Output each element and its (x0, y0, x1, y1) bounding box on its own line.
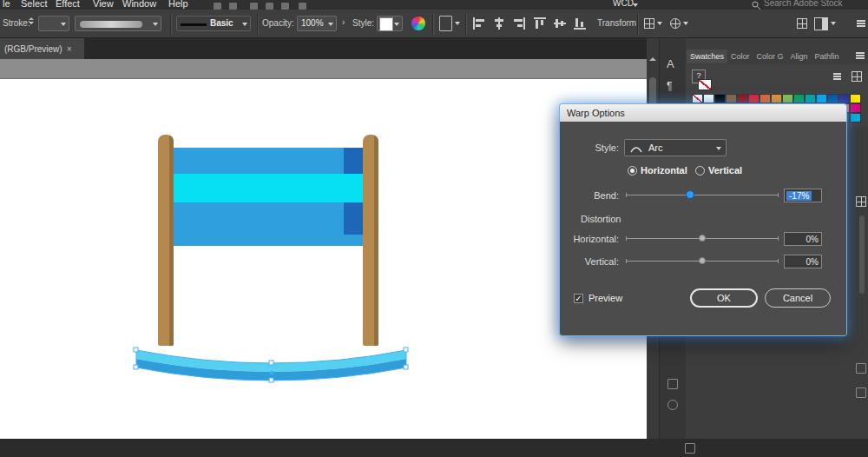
align-center-icon[interactable] (492, 17, 506, 30)
distortion-vertical-handle[interactable] (699, 257, 706, 264)
document-tab[interactable]: (RGB/Preview) × (0, 38, 84, 59)
sign-post-right[interactable] (363, 135, 378, 346)
character-panel-icon[interactable]: A (667, 57, 674, 70)
toolbar-icon[interactable] (299, 3, 306, 10)
menu-item-select[interactable]: Select (21, 0, 48, 9)
distortion-horizontal-label: Horizontal: (560, 234, 619, 244)
panel-menu-icon[interactable] (856, 52, 865, 54)
swatch[interactable] (805, 94, 816, 103)
swatch[interactable] (850, 94, 861, 103)
workspace-switcher[interactable]: WCD (613, 0, 634, 8)
tab-color[interactable]: Color (727, 50, 753, 63)
tab-align[interactable]: Align (787, 50, 812, 63)
paragraph-panel-icon[interactable]: ¶ (667, 80, 672, 92)
chevron-down-icon[interactable] (683, 22, 688, 25)
bend-slider-handle[interactable] (686, 190, 694, 199)
vertical-radio-label[interactable]: Vertical (708, 165, 742, 176)
tab-pathfinder[interactable]: Pathfin (812, 50, 843, 63)
dialog-title-bar[interactable]: Warp Options (560, 104, 846, 122)
distortion-horizontal-handle[interactable] (699, 235, 706, 242)
stock-search-label[interactable]: Search Adobe Stock (764, 0, 843, 8)
transform-label[interactable]: Transform (597, 18, 636, 28)
swatch[interactable] (827, 94, 838, 103)
menu-item-effect[interactable]: Effect (56, 0, 80, 9)
arrange-documents-icon[interactable] (797, 18, 807, 29)
close-icon[interactable]: × (67, 44, 72, 54)
panel-menu-icon[interactable] (857, 20, 865, 22)
toolbar-icon[interactable] (281, 3, 289, 10)
swatch[interactable] (760, 94, 771, 103)
swatch[interactable] (748, 94, 760, 103)
preview-label[interactable]: Preview (589, 293, 622, 303)
recolor-artwork-icon[interactable] (411, 17, 425, 30)
panel-icon[interactable] (667, 379, 678, 389)
stroke-width-select[interactable] (38, 16, 69, 31)
swatch[interactable] (726, 94, 737, 103)
menu-item-file[interactable]: le (3, 0, 10, 9)
swatch[interactable] (850, 113, 861, 123)
pasteboard[interactable] (0, 59, 647, 78)
graphic-style-select[interactable] (377, 16, 403, 31)
opacity-select[interactable]: 100% (297, 16, 337, 31)
panel-icon[interactable] (856, 363, 866, 374)
menu-item-view[interactable]: View (93, 0, 114, 9)
panel-scrollbar[interactable] (859, 215, 865, 294)
panel-icon[interactable] (856, 387, 866, 398)
ok-button[interactable]: OK (690, 288, 758, 308)
stroke-stepper[interactable] (29, 17, 34, 24)
swatch[interactable] (703, 94, 714, 103)
toolbar-icon[interactable] (229, 3, 237, 10)
brush-definition-select[interactable]: Basic (176, 16, 251, 31)
distortion-vertical-field[interactable]: 0% (784, 255, 822, 268)
vertical-radio[interactable] (695, 166, 705, 176)
swatch[interactable] (782, 94, 793, 103)
warp-style-select[interactable]: Arc (624, 139, 727, 156)
swatch-grid-view-icon[interactable] (852, 71, 862, 82)
align-bottom-icon[interactable] (573, 17, 587, 30)
swatch[interactable] (771, 94, 782, 103)
isolate-options-icon[interactable] (670, 18, 681, 29)
none-swatch[interactable] (698, 79, 712, 90)
shape-options-icon[interactable] (644, 18, 654, 29)
swatch[interactable] (793, 94, 805, 103)
toolbar-icon[interactable] (250, 3, 258, 10)
document-setup-icon[interactable] (439, 16, 452, 31)
swatch[interactable] (850, 103, 861, 113)
width-profile-select[interactable] (75, 16, 161, 31)
preview-checkbox[interactable]: ✓ (574, 294, 583, 303)
align-middle-icon[interactable] (553, 17, 567, 30)
workspace-icon[interactable] (814, 17, 828, 30)
panel-grid-icon[interactable] (856, 196, 866, 207)
cancel-button[interactable]: Cancel (765, 288, 831, 308)
opacity-panel-arrow[interactable]: › (342, 17, 345, 27)
distortion-horizontal-field[interactable]: 0% (784, 232, 822, 246)
horizontal-radio[interactable] (628, 166, 637, 176)
search-icon[interactable] (752, 1, 761, 10)
toolbar-icon[interactable] (214, 3, 221, 10)
panel-icon[interactable] (667, 400, 678, 410)
horizontal-radio-label[interactable]: Horizontal (641, 165, 687, 176)
bend-slider-track[interactable] (626, 195, 779, 195)
swatch-list-view-icon[interactable] (833, 73, 841, 75)
swatch[interactable] (692, 94, 703, 103)
tab-color-guide[interactable]: Color G (753, 50, 787, 63)
chevron-down-icon[interactable] (657, 22, 662, 25)
align-right-icon[interactable] (512, 17, 526, 30)
chevron-down-icon[interactable] (455, 22, 460, 25)
bend-value-field[interactable]: -17% (784, 189, 822, 202)
menu-item-window[interactable]: Window (122, 0, 156, 9)
swatch[interactable] (816, 94, 827, 103)
sign-banner[interactable] (174, 148, 363, 246)
toolbar-icon[interactable] (266, 3, 273, 10)
chevron-down-icon[interactable] (831, 22, 836, 25)
swatch[interactable] (838, 94, 850, 103)
swatch[interactable] (737, 94, 748, 103)
menu-item-help[interactable]: Help (168, 0, 188, 9)
tab-swatches[interactable]: Swatches (687, 50, 727, 63)
align-top-icon[interactable] (533, 17, 547, 30)
align-left-icon[interactable] (472, 17, 486, 30)
swatch[interactable] (714, 94, 726, 103)
warped-ribbon-shape[interactable] (130, 344, 417, 387)
scroll-up-icon[interactable] (649, 57, 656, 61)
sign-post-left[interactable] (158, 135, 174, 346)
